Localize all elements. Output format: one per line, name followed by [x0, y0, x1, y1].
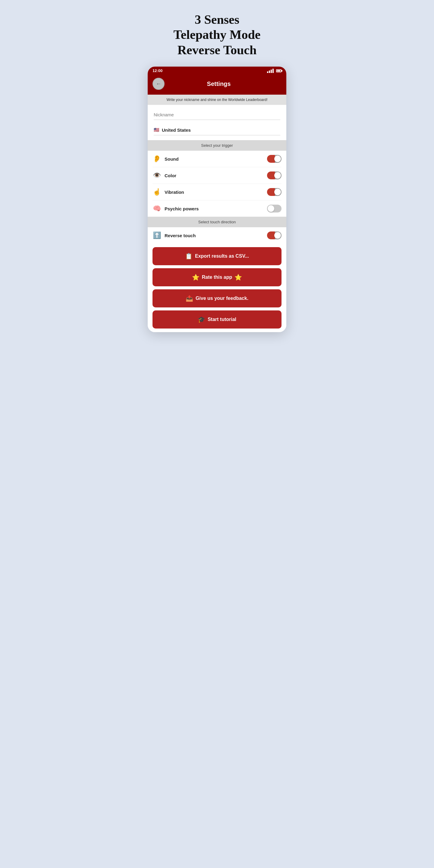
export-label: Export results as CSV...	[195, 253, 249, 259]
toggle-row-vibration: ☝️ Vibration	[153, 184, 281, 200]
battery-icon	[276, 69, 281, 72]
toggle-row-psychic: 🧠 Psychic powers	[153, 200, 281, 217]
tutorial-label: Start tutorial	[208, 317, 236, 322]
vibration-label: Vibration	[164, 190, 267, 195]
color-toggle-knob	[274, 172, 281, 179]
status-icons	[267, 69, 281, 73]
psychic-toggle-knob	[268, 205, 274, 212]
phone-frame: 12:00 ← Settings Write your nickname and…	[148, 67, 286, 332]
psychic-label: Psychic powers	[164, 206, 267, 211]
color-toggle[interactable]	[267, 172, 281, 179]
sound-toggle[interactable]	[267, 155, 281, 163]
header-title: Settings	[168, 81, 270, 87]
tutorial-icon: 🎓	[198, 316, 205, 323]
hero-line2: Telepathy Mode	[174, 28, 261, 41]
star-right-icon: ⭐	[235, 274, 242, 281]
psychic-icon: 🧠	[153, 205, 161, 213]
toggle-row-sound: 👂 Sound	[153, 151, 281, 167]
status-time: 12:00	[153, 68, 162, 73]
color-icon: 👁️	[153, 172, 161, 179]
direction-toggles: ⬆️ Reverse touch	[148, 227, 286, 244]
hero-line1: 3 Senses	[195, 13, 239, 27]
rate-label: Rate this app	[202, 275, 232, 280]
feedback-icon: 📤	[186, 295, 193, 302]
action-buttons: 📋 Export results as CSV... ⭐ Rate this a…	[148, 244, 286, 332]
reverse-touch-label: Reverse touch	[164, 233, 267, 238]
country-row[interactable]: 🇺🇸 United States	[154, 125, 280, 135]
country-name: United States	[162, 127, 191, 133]
export-csv-button[interactable]: 📋 Export results as CSV...	[153, 247, 281, 265]
vibration-icon: ☝️	[153, 188, 161, 196]
back-arrow-icon: ←	[156, 81, 161, 87]
reverse-touch-icon: ⬆️	[153, 231, 161, 239]
vibration-toggle[interactable]	[267, 188, 281, 196]
reverse-touch-toggle[interactable]	[267, 231, 281, 239]
nickname-input[interactable]	[154, 110, 280, 120]
export-icon: 📋	[185, 253, 193, 260]
sound-label: Sound	[164, 156, 267, 161]
signal-icon	[267, 69, 274, 73]
sound-toggle-knob	[274, 156, 281, 162]
back-button[interactable]: ←	[153, 78, 164, 90]
feedback-label: Give us your feedback.	[195, 296, 248, 301]
vibration-toggle-knob	[274, 189, 281, 195]
color-label: Color	[164, 173, 267, 178]
rate-app-button[interactable]: ⭐ Rate this app ⭐	[153, 268, 281, 286]
hero-title: 3 Senses Telepathy Mode Reverse Touch	[174, 12, 261, 58]
profile-section: 🇺🇸 United States	[148, 105, 286, 140]
app-header: ← Settings	[148, 75, 286, 95]
country-flag: 🇺🇸	[154, 127, 159, 133]
status-bar: 12:00	[148, 67, 286, 75]
trigger-toggles: 👂 Sound 👁️ Color ☝️ Vibration	[148, 151, 286, 217]
trigger-section-header: Select your trigger	[148, 140, 286, 151]
feedback-button[interactable]: 📤 Give us your feedback.	[153, 289, 281, 307]
direction-section-header: Select touch direction	[148, 217, 286, 227]
toggle-row-reverse-touch: ⬆️ Reverse touch	[153, 227, 281, 244]
outer-wrapper: 3 Senses Telepathy Mode Reverse Touch 12…	[145, 12, 289, 332]
psychic-toggle[interactable]	[267, 205, 281, 213]
star-left-icon: ⭐	[192, 274, 199, 281]
hero-line3: Reverse Touch	[178, 43, 257, 57]
tutorial-button[interactable]: 🎓 Start tutorial	[153, 310, 281, 329]
sound-icon: 👂	[153, 155, 161, 163]
subtitle-text: Write your nickname and shine on the Wor…	[166, 98, 267, 102]
reverse-touch-toggle-knob	[274, 232, 281, 239]
toggle-row-color: 👁️ Color	[153, 167, 281, 184]
subtitle-banner: Write your nickname and shine on the Wor…	[148, 95, 286, 105]
